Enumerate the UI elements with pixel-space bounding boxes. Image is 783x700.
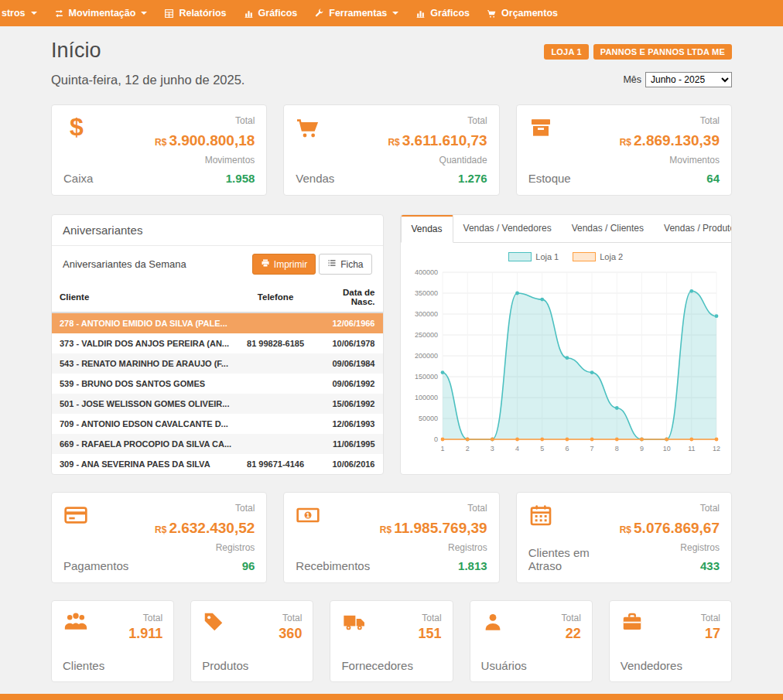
- legend-item-loja2[interactable]: Loja 2: [573, 252, 623, 261]
- sub-value: 1.958: [155, 172, 255, 185]
- count-value: 22: [561, 626, 580, 642]
- nav-item-label: Orçamentos: [501, 8, 558, 19]
- nav-item-label: Movimentação: [69, 8, 136, 19]
- report-icon: [164, 9, 174, 19]
- cell-telefone: 81 99828-6185: [239, 333, 312, 353]
- nav-item-ferramentas[interactable]: Ferramentas: [306, 0, 407, 26]
- table-row[interactable]: 539 - BRUNO DOS SANTOS GOMES 09/06/1992: [52, 374, 383, 394]
- calendar-icon: [528, 503, 620, 531]
- table-row[interactable]: 709 - ANTONIO EDSON CAVALCANTE D... 12/0…: [52, 414, 383, 434]
- sub-label: Registros: [380, 542, 487, 553]
- table-row[interactable]: 669 - RAFAELA PROCOPIO DA SILVA CA... 11…: [52, 434, 383, 454]
- table-row[interactable]: 373 - VALDIR DOS ANJOS PEREIRA (AN... 81…: [52, 333, 383, 353]
- stats-row-1: $ Caixa Total R$3.900.800,18 Movimentos …: [51, 104, 732, 196]
- svg-text:1: 1: [306, 511, 310, 519]
- caret-down-icon: [392, 12, 398, 15]
- svg-text:200000: 200000: [415, 352, 438, 360]
- nav-item-label: stros: [2, 8, 26, 19]
- card-label: Vendas: [296, 172, 334, 185]
- nav-item-relatorios[interactable]: Relatórios: [156, 0, 234, 26]
- svg-text:2: 2: [466, 445, 470, 452]
- cell-cliente: 669 - RAFAELA PROCOPIO DA SILVA CA...: [52, 434, 239, 454]
- store-badge: LOJA 1: [544, 44, 588, 60]
- card-label: Clientes em Atraso: [528, 546, 620, 572]
- nav-item-label: Ferramentas: [329, 8, 387, 19]
- list-icon: [327, 258, 337, 270]
- card-label: Clientes: [63, 659, 162, 672]
- sub-value: 64: [620, 172, 720, 185]
- nav-item-graficos[interactable]: Gráficos: [235, 0, 306, 26]
- svg-text:$: $: [70, 115, 84, 141]
- card-clientes-em-atraso: Clientes em Atraso Total R$5.076.869,67 …: [516, 492, 732, 583]
- nav-item-orcamentos[interactable]: Orçamentos: [478, 0, 566, 26]
- nav-item-movimentacao[interactable]: Movimentação: [46, 0, 156, 26]
- svg-text:50000: 50000: [419, 415, 438, 422]
- legend-item-loja1[interactable]: Loja 1: [508, 252, 559, 261]
- table-row[interactable]: 309 - ANA SEVERINA PAES DA SILVA 81 9967…: [52, 454, 383, 474]
- sub-value: 433: [620, 559, 720, 572]
- cell-telefone: [239, 414, 312, 434]
- cell-telefone: 81 99671-4146: [239, 454, 312, 474]
- svg-text:9: 9: [640, 445, 644, 452]
- nav-item-label: Relatórios: [179, 8, 226, 19]
- legend-label: Loja 1: [535, 252, 559, 261]
- svg-text:3: 3: [491, 445, 494, 452]
- svg-text:350000: 350000: [415, 289, 438, 297]
- credit-card-icon: [63, 503, 128, 531]
- table-row[interactable]: 501 - JOSE WELISSON GOMES OLIVEIR... 15/…: [52, 394, 383, 414]
- footer-bar: [0, 694, 783, 700]
- card-label: Estoque: [528, 172, 571, 185]
- sub-label: Movimentos: [620, 155, 720, 166]
- column-header-cliente: Cliente: [52, 282, 239, 312]
- total-label: Total: [388, 115, 487, 126]
- tab-vendas-vendedores[interactable]: Vendas / Vendedores: [453, 215, 562, 242]
- table-row-selected[interactable]: 278 - ANTONIO EMIDIO DA SILVA (PALE... 1…: [52, 312, 383, 333]
- svg-text:1: 1: [441, 445, 445, 452]
- nav-item-cadastros[interactable]: stros: [0, 0, 46, 26]
- briefcase-icon: [621, 610, 644, 642]
- ficha-button[interactable]: Ficha: [319, 254, 371, 275]
- cell-data-nasc: 09/06/1992: [312, 374, 382, 394]
- card-vendas: Vendas Total R$3.611.610,73 Quantidade 1…: [283, 104, 499, 196]
- company-badge: PANNOS E PANNOS LTDA ME: [593, 44, 732, 60]
- card-label: Pagamentos: [63, 559, 128, 572]
- current-date: Quinta-feira, 12 de junho de 2025.: [51, 73, 244, 87]
- cell-cliente: 543 - RENATO MARINHO DE ARAUJO (F...: [52, 353, 239, 374]
- svg-text:150000: 150000: [415, 373, 438, 381]
- caret-down-icon: [141, 12, 147, 15]
- cell-cliente: 709 - ANTONIO EDSON CAVALCANTE D...: [52, 414, 239, 434]
- banknote-icon: 1: [296, 503, 370, 531]
- sub-label: Registros: [620, 542, 720, 553]
- print-button[interactable]: Imprimir: [252, 254, 316, 275]
- svg-text:300000: 300000: [415, 310, 438, 318]
- tab-vendas[interactable]: Vendas: [401, 215, 453, 243]
- total-value: R$5.076.869,67: [620, 520, 720, 537]
- nav-item-label: Gráficos: [258, 8, 298, 19]
- card-label: Recebimentos: [296, 559, 370, 572]
- month-select[interactable]: Junho - 2025: [645, 72, 732, 87]
- cell-telefone: [239, 394, 312, 414]
- bar-chart-icon: [415, 9, 426, 19]
- total-label: Total: [422, 613, 441, 623]
- cart-icon: [487, 9, 497, 19]
- card-label: Produtos: [202, 659, 302, 672]
- svg-text:7: 7: [590, 445, 594, 452]
- header-badges: LOJA 1 PANNOS E PANNOS LTDA ME: [544, 44, 732, 60]
- shopping-cart-icon: [296, 115, 334, 143]
- sub-label: Movimentos: [155, 155, 255, 166]
- card-usuarios: Total 22 Usuários: [470, 600, 593, 682]
- truck-icon: [341, 610, 368, 642]
- tab-vendas-clientes[interactable]: Vendas / Clientes: [562, 215, 654, 242]
- printer-icon: [261, 258, 270, 270]
- total-label: Total: [620, 503, 720, 514]
- card-label: Fornecedores: [341, 659, 441, 672]
- svg-text:8: 8: [615, 445, 619, 452]
- month-picker: Mês Junho - 2025: [623, 72, 732, 87]
- nav-item-graficos-2[interactable]: Gráficos: [407, 0, 478, 26]
- tab-vendas-produtos[interactable]: Vendas / Produtos: [654, 215, 732, 242]
- sub-value: 96: [155, 559, 255, 572]
- svg-text:10: 10: [663, 445, 671, 452]
- table-row[interactable]: 543 - RENATO MARINHO DE ARAUJO (F... 09/…: [52, 353, 383, 374]
- card-recebimentos: 1 Recebimentos Total R$11.985.769,39 Reg…: [283, 492, 499, 583]
- stats-row-2: Pagamentos Total R$2.632.430,52 Registro…: [51, 492, 732, 583]
